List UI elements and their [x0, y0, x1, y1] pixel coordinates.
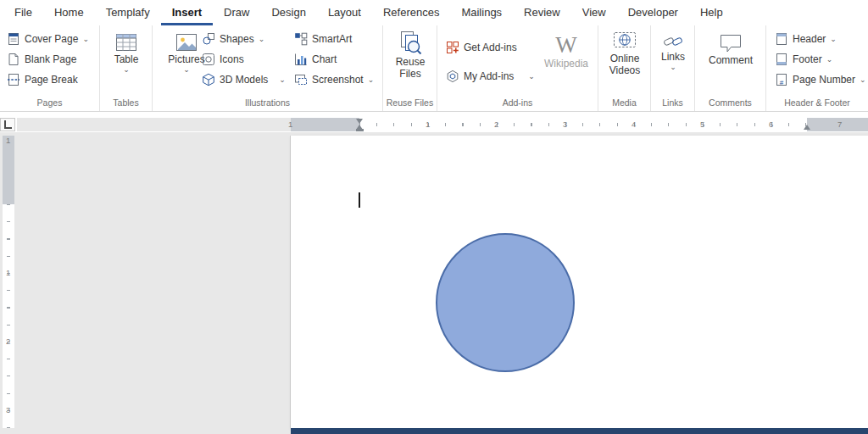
word-window: File Home Templafy Insert Draw Design La… [0, 0, 868, 434]
pictures-label: Pictures [168, 54, 204, 65]
blank-page-label: Blank Page [25, 53, 76, 65]
page-break-label: Page Break [25, 74, 78, 86]
get-add-ins-button[interactable]: Get Add-ins [446, 39, 517, 56]
chevron-down-icon: ⌄ [279, 76, 286, 84]
comment-icon [719, 32, 743, 54]
comment-label: Comment [709, 55, 753, 66]
footer-button[interactable]: Footer ⌄ [775, 51, 832, 68]
group-label-header-footer: Header & Footer [766, 97, 868, 108]
group-pages: Cover Page ⌄ Blank Page Page Break Pages [0, 25, 100, 111]
online-videos-button[interactable]: Online Videos [606, 31, 643, 76]
links-label: Links [661, 52, 685, 63]
chart-button[interactable]: Chart [294, 51, 337, 68]
ruler-typing-area-vertical [3, 204, 14, 428]
ruler-top-margin [3, 136, 14, 204]
ruler-number: 3 [563, 120, 567, 129]
tab-home[interactable]: Home [43, 0, 95, 25]
tab-review[interactable]: Review [513, 0, 571, 25]
reuse-files-icon [398, 31, 423, 56]
status-bar [291, 428, 868, 434]
group-add-ins: Get Add-ins My Add-ins ⌄ W Wikipedia Add… [437, 25, 598, 111]
tab-insert[interactable]: Insert [161, 0, 213, 25]
tab-layout[interactable]: Layout [317, 0, 372, 25]
3d-models-button[interactable]: 3D Models ⌄ [202, 71, 283, 88]
oval-shape[interactable] [436, 233, 575, 372]
page-break-button[interactable]: Page Break [7, 71, 78, 88]
blank-page-button[interactable]: Blank Page [7, 51, 76, 68]
tab-selector[interactable] [0, 118, 15, 131]
ruler-number: 7 [837, 120, 842, 129]
header-button[interactable]: Header ⌄ [775, 31, 837, 47]
screenshot-button[interactable]: Screenshot ⌄ [294, 71, 374, 88]
links-button[interactable]: Links ⌄ [658, 32, 688, 71]
tab-stop-icon [4, 120, 12, 129]
page-number-button[interactable]: # Page Number ⌄ [775, 71, 866, 88]
my-add-ins-button[interactable]: My Add-ins ⌄ [446, 68, 535, 85]
group-reuse-files: Reuse Files Reuse Files [383, 25, 437, 111]
table-icon [115, 31, 137, 53]
ribbon: Cover Page ⌄ Blank Page Page Break Pages… [0, 25, 868, 112]
screenshot-label: Screenshot [312, 74, 364, 86]
smartart-label: SmartArt [312, 33, 352, 45]
footer-icon [775, 53, 788, 66]
tab-view[interactable]: View [571, 0, 617, 25]
ruler-number: 1 [6, 268, 10, 277]
page-number-icon: # [775, 73, 788, 86]
icons-button[interactable]: Icons [202, 51, 244, 68]
ruler-left-margin [291, 118, 359, 131]
table-button[interactable]: Table ⌄ [109, 31, 143, 74]
tab-draw[interactable]: Draw [213, 0, 260, 25]
comment-button[interactable]: Comment [707, 32, 754, 66]
3d-models-label: 3D Models [220, 74, 268, 86]
wikipedia-button[interactable]: W Wikipedia [542, 32, 590, 70]
reuse-files-label-line1: Reuse [396, 57, 426, 68]
chart-label: Chart [312, 53, 337, 65]
icons-icon [202, 53, 215, 66]
table-label: Table [114, 54, 139, 65]
tab-mailings[interactable]: Mailings [450, 0, 513, 25]
group-label-add-ins: Add-ins [437, 97, 598, 108]
blank-page-icon [7, 53, 20, 66]
chevron-down-icon: ⌄ [528, 73, 535, 81]
tab-templafy[interactable]: Templafy [95, 0, 161, 25]
page-number-label: Page Number [793, 74, 855, 86]
smartart-button[interactable]: SmartArt [294, 31, 352, 47]
left-indent-marker[interactable] [356, 129, 364, 131]
group-illustrations: Pictures ⌄ Shapes ⌄ Icons 3D Models ⌄ Sm… [153, 25, 383, 111]
chevron-down-icon: ⌄ [183, 66, 190, 74]
first-line-indent-marker[interactable] [356, 119, 363, 124]
group-label-reuse-files: Reuse Files [383, 97, 437, 108]
tab-help[interactable]: Help [689, 0, 734, 25]
svg-text:#: # [780, 79, 784, 86]
header-label: Header [793, 33, 826, 45]
online-videos-icon [613, 31, 637, 53]
shapes-button[interactable]: Shapes ⌄ [202, 31, 264, 47]
chevron-down-icon: ⌄ [670, 64, 676, 71]
tab-developer[interactable]: Developer [617, 0, 689, 25]
get-add-ins-label: Get Add-ins [464, 42, 517, 53]
horizontal-ruler[interactable]: 1 1 2 3 4 5 6 7 [17, 118, 868, 131]
tab-file[interactable]: File [3, 0, 43, 25]
tab-design[interactable]: Design [260, 0, 316, 25]
document-page[interactable] [291, 136, 868, 428]
reuse-files-button[interactable]: Reuse Files [392, 31, 429, 80]
cover-page-button[interactable]: Cover Page ⌄ [7, 31, 89, 47]
online-videos-label-line2: Videos [609, 65, 640, 76]
cover-page-label: Cover Page [25, 33, 78, 45]
chart-icon [294, 53, 308, 66]
group-label-illustrations: Illustrations [153, 97, 382, 108]
wikipedia-label: Wikipedia [544, 58, 588, 70]
shapes-label: Shapes [220, 33, 254, 45]
wikipedia-icon: W [555, 32, 576, 58]
group-label-comments: Comments [695, 97, 765, 108]
ruler-number: 4 [632, 120, 636, 129]
vertical-ruler[interactable]: 1 1 2 3 [3, 136, 14, 428]
ruler-number: 3 [6, 405, 10, 415]
pictures-icon [175, 31, 198, 53]
chevron-down-icon: ⌄ [860, 76, 866, 84]
ribbon-tab-bar: File Home Templafy Insert Draw Design La… [0, 0, 868, 25]
chevron-down-icon: ⌄ [830, 36, 837, 43]
smartart-icon [294, 32, 308, 46]
right-indent-marker[interactable] [804, 125, 810, 130]
tab-references[interactable]: References [372, 0, 450, 25]
